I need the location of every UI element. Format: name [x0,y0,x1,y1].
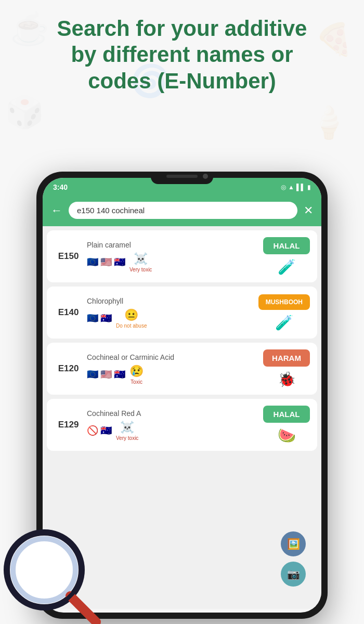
warning-text-e129: Very toxic [116,435,138,441]
additive-middle-e120: Cochineal or Carminic Acid 🇪🇺 🇺🇸 🇦🇺 😢 To… [87,353,259,385]
warning-icon-e150: ☠️ [134,252,148,266]
warning-e120: 😢 Toxic [129,365,144,385]
additive-middle-e129: Cochineal Red A 🚫 🇦🇺 ☠️ Very toxic [87,409,259,441]
flag-ban-e129: 🚫 [87,425,98,436]
warning-icon-e140: 😐 [124,308,138,322]
flag-au-e140: 🇦🇺 [100,313,112,324]
additive-code-e150: E150 [54,251,83,262]
card-right-e140: MUSHBOOH 🧪 [258,294,310,331]
additive-card-e129: E129 Cochineal Red A 🚫 🇦🇺 ☠️ Very toxic … [47,399,317,451]
header-section: Search for your additive by different na… [0,10,364,99]
fab-image-button[interactable]: 🖼️ [281,531,306,556]
warning-icon-e129: ☠️ [120,421,134,434]
signal-icon: ▌▌ [296,184,305,191]
fab-buttons: 🖼️ 📷 [281,531,306,587]
additive-middle-e140: Chlorophyll 🇪🇺 🇦🇺 😐 Do not abuse [87,297,254,329]
additive-card-e140: E140 Chlorophyll 🇪🇺 🇦🇺 😐 Do not abuse M [47,287,317,339]
warning-e140: 😐 Do not abuse [116,308,147,329]
flag-au-e120: 🇦🇺 [114,369,125,380]
status-time: 3:40 [53,183,68,191]
flag-eu-e150: 🇪🇺 [87,256,98,268]
card-right-e120: HARAM 🐞 [263,349,310,388]
status-icons: ◎ ▲ ▌▌ ▮ [281,184,311,191]
warning-icon-e120: 😢 [129,365,144,378]
fab-camera-button[interactable]: 📷 [281,562,306,587]
results-list: E150 Plain caramel 🇪🇺 🇺🇸 🇦🇺 ☠️ Very toxi… [43,226,321,609]
card-right-e150: HALAL 🧪 [263,237,310,276]
battery-icon: ▮ [307,184,311,191]
phone-camera [203,174,208,179]
additive-code-e129: E129 [54,420,83,430]
phone-frame: 3:40 ◎ ▲ ▌▌ ▮ ← ✕ E150 Plain caramel [36,172,328,619]
product-icon-e120: 🐞 [278,371,296,388]
warning-e150: ☠️ Very toxic [129,252,152,272]
circle-icon: ◎ [281,184,286,191]
warning-e129: ☠️ Very toxic [116,421,138,441]
flag-au-e129: 🇦🇺 [100,425,112,436]
flag-eu-e140: 🇪🇺 [87,313,98,324]
search-input[interactable] [69,202,297,219]
additive-name-e129: Cochineal Red A [87,409,259,418]
phone-screen: 3:40 ◎ ▲ ▌▌ ▮ ← ✕ E150 Plain caramel [43,178,321,613]
additive-name-e140: Chlorophyll [87,297,254,305]
close-button[interactable]: ✕ [304,204,313,217]
warning-text-e120: Toxic [131,379,142,385]
additive-card-e150: E150 Plain caramel 🇪🇺 🇺🇸 🇦🇺 ☠️ Very toxi… [47,230,317,282]
additive-card-e120: E120 Cochineal or Carminic Acid 🇪🇺 🇺🇸 🇦🇺… [47,343,317,395]
phone-notch [151,172,213,184]
status-badge-e150[interactable]: HALAL [263,237,310,254]
additive-name-e150: Plain caramel [87,241,259,249]
additive-name-e120: Cochineal or Carminic Acid [87,353,259,361]
back-button[interactable]: ← [51,204,62,217]
status-badge-e140[interactable]: MUSHBOOH [258,294,310,310]
product-icon-e129: 🍉 [278,427,296,444]
header-title: Search for your additive by different na… [10,16,354,94]
flag-au-e150: 🇦🇺 [114,256,125,268]
phone-speaker [166,175,198,178]
app-header: ← ✕ [43,197,321,226]
status-badge-e120[interactable]: HARAM [263,349,310,367]
additive-middle-e150: Plain caramel 🇪🇺 🇺🇸 🇦🇺 ☠️ Very toxic [87,241,259,272]
status-badge-e129[interactable]: HALAL [263,406,310,423]
card-right-e129: HALAL 🍉 [263,406,310,444]
flag-eu-e120: 🇪🇺 [87,369,98,380]
product-icon-e140: 🧪 [275,314,293,331]
additive-code-e120: E120 [54,363,83,374]
flags-row-e129: 🚫 🇦🇺 ☠️ Very toxic [87,421,259,441]
flag-us-e120: 🇺🇸 [100,369,112,380]
warning-text-e140: Do not abuse [116,323,147,329]
flags-row-e120: 🇪🇺 🇺🇸 🇦🇺 😢 Toxic [87,365,259,385]
product-icon-e150: 🧪 [278,258,296,276]
deco-icon-4: 🍦 [309,104,348,141]
wifi-icon: ▲ [288,184,294,191]
warning-text-e150: Very toxic [129,267,152,272]
flags-row-e150: 🇪🇺 🇺🇸 🇦🇺 ☠️ Very toxic [87,252,259,272]
additive-code-e140: E140 [54,307,83,318]
flags-row-e140: 🇪🇺 🇦🇺 😐 Do not abuse [87,308,254,329]
flag-us-e150: 🇺🇸 [100,256,112,268]
